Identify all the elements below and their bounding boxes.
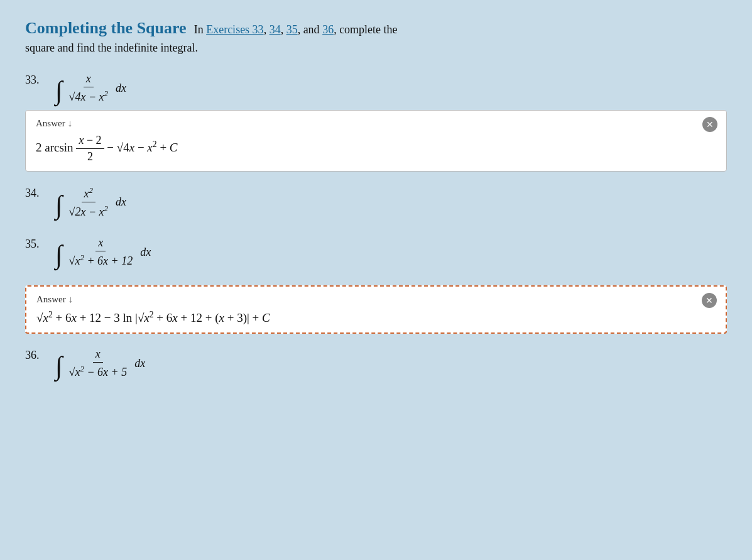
numerator-35: x <box>95 236 106 251</box>
numerator-34: x2 <box>82 185 95 202</box>
integral-sign-35: ∫ <box>55 241 63 268</box>
exercise-36-number: 36. <box>25 348 49 362</box>
dx-34: dx <box>116 195 126 209</box>
answer-content-35: √x2 + 6x + 12 − 3 ln |√x2 + 6x + 12 + (x… <box>36 310 716 325</box>
numerator-33: x <box>84 72 94 87</box>
exercise-34: 34. ∫ x2 √2x − x2 dx <box>25 185 727 219</box>
exercise-34-number: 34. <box>25 185 49 200</box>
exercise-36-integral: ∫ x √x2 − 6x + 5 dx <box>55 348 145 379</box>
answer-frac-den-33: 2 <box>85 149 95 163</box>
integral-sign-36: ∫ <box>55 353 63 379</box>
exercise-34-integral: ∫ x2 √2x − x2 dx <box>55 185 126 219</box>
page-container: Completing the Square In Exercises 33, 3… <box>25 19 727 379</box>
title-line: Completing the Square In Exercises 33, 3… <box>25 19 727 38</box>
page-title: Completing the Square <box>25 19 187 38</box>
exercise-33-number: 33. <box>25 72 49 87</box>
exercise-35-number: 35. <box>25 236 49 251</box>
exercise-35-integral: ∫ x √x2 + 6x + 12 dx <box>55 236 151 268</box>
denominator-36: √x2 − 6x + 5 <box>67 363 130 379</box>
answer-box-33: Answer ↓ 2 arcsin x − 2 2 − √4x − x2 + C… <box>25 110 727 172</box>
answer-content-33: 2 arcsin x − 2 2 − √4x − x2 + C <box>36 134 716 163</box>
fraction-36: x √x2 − 6x + 5 <box>67 348 130 379</box>
answer-header-35: Answer ↓ <box>36 294 716 305</box>
exercise-33-link[interactable]: Exercises 33 <box>206 23 263 36</box>
title-description: In Exercises 33, 34, 35, and 36, complet… <box>194 23 398 36</box>
and-text: and <box>303 23 320 36</box>
fraction-35: x √x2 + 6x + 12 <box>67 236 136 268</box>
answer-header-33: Answer ↓ <box>36 118 716 129</box>
close-answer-33[interactable]: ✕ <box>702 117 717 132</box>
answer-arrow-33: ↓ <box>68 118 73 129</box>
integral-sign-34: ∫ <box>55 192 63 218</box>
dx-35: dx <box>140 246 151 259</box>
denominator-35: √x2 + 6x + 12 <box>67 251 136 268</box>
dx-33: dx <box>116 82 126 95</box>
fraction-33: x √4x − x2 <box>67 72 111 104</box>
dx-36: dx <box>134 357 145 370</box>
answer-frac-33: x − 2 2 <box>76 134 104 163</box>
answer-frac-num-33: x − 2 <box>76 134 104 149</box>
exercise-36: 36. ∫ x √x2 − 6x + 5 dx <box>25 348 727 379</box>
integral-sign-33: ∫ <box>55 77 63 104</box>
answer-label-33: Answer <box>36 118 65 129</box>
answer-arrow-35: ↓ <box>68 294 74 305</box>
close-answer-35[interactable]: ✕ <box>702 293 717 308</box>
exercise-33-integral: ∫ x √4x − x2 dx <box>55 72 126 104</box>
answer-box-35: Answer ↓ √x2 + 6x + 12 − 3 ln |√x2 + 6x … <box>25 285 727 334</box>
exercise-35: 35. ∫ x √x2 + 6x + 12 dx <box>25 236 727 268</box>
exercise-36-link[interactable]: 36 <box>322 23 334 36</box>
subtitle: square and find the indefinite integral. <box>25 41 727 55</box>
fraction-34: x2 √2x − x2 <box>67 185 111 219</box>
denominator-34: √2x − x2 <box>67 202 111 219</box>
numerator-36: x <box>93 348 103 363</box>
exercise-35-link[interactable]: 35 <box>286 23 298 36</box>
exercise-34-link[interactable]: 34 <box>270 23 281 36</box>
denominator-33: √4x − x2 <box>67 87 111 104</box>
answer-label-35: Answer <box>36 294 66 305</box>
exercise-33: 33. ∫ x √4x − x2 dx <box>25 72 727 104</box>
